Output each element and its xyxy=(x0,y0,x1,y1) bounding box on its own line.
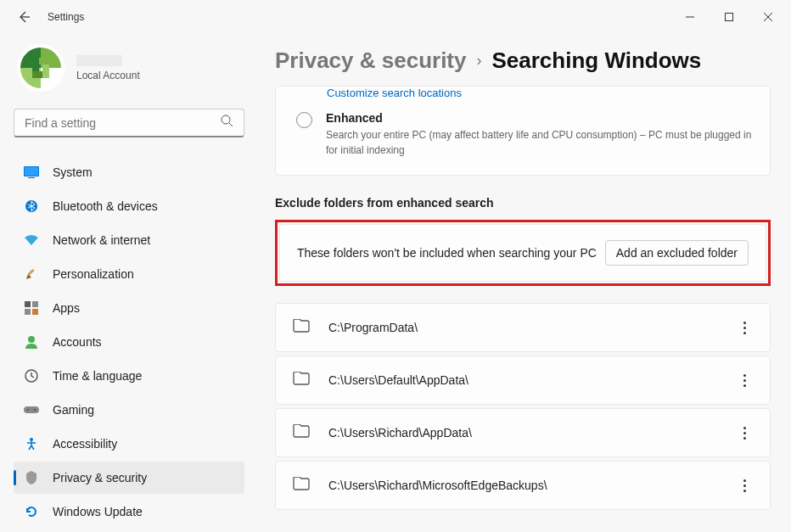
apps-icon xyxy=(24,300,39,316)
svg-rect-3 xyxy=(39,58,49,64)
more-options-button[interactable] xyxy=(736,319,753,336)
sidebar-item-apps[interactable]: Apps xyxy=(14,292,244,324)
profile-account-type: Local Account xyxy=(76,70,140,81)
network-icon xyxy=(24,232,39,248)
sidebar: Local Account System Bluetooth & devices… xyxy=(0,34,255,532)
sidebar-item-accounts[interactable]: Accounts xyxy=(14,326,244,358)
sidebar-item-label: Accessibility xyxy=(53,437,117,451)
chevron-right-icon: › xyxy=(476,52,481,70)
profile-name-placeholder xyxy=(76,55,122,66)
update-icon xyxy=(24,504,39,519)
sidebar-item-accessibility[interactable]: Accessibility xyxy=(14,428,244,460)
svg-point-21 xyxy=(30,438,33,441)
bluetooth-icon xyxy=(24,199,39,214)
excluded-folder-row[interactable]: C:\Users\Richard\AppData\ xyxy=(275,408,771,457)
accessibility-icon xyxy=(24,436,39,451)
svg-rect-0 xyxy=(726,14,733,21)
sidebar-item-label: Time & language xyxy=(53,369,142,383)
add-excluded-folder-button[interactable]: Add an excluded folder xyxy=(605,240,749,266)
sidebar-item-bluetooth[interactable]: Bluetooth & devices xyxy=(14,190,244,222)
more-options-button[interactable] xyxy=(736,477,753,494)
sidebar-item-gaming[interactable]: Gaming xyxy=(14,394,244,426)
exclude-header-card: These folders won't be included when sea… xyxy=(279,224,766,282)
search-box[interactable] xyxy=(14,109,244,137)
sidebar-item-privacy[interactable]: Privacy & security xyxy=(14,462,244,494)
personalization-icon xyxy=(24,266,39,282)
window-title: Settings xyxy=(48,11,84,23)
highlight-annotation: These folders won't be included when sea… xyxy=(275,220,771,286)
radio-icon[interactable] xyxy=(296,112,312,128)
enhanced-description: Search your entire PC (may affect batter… xyxy=(326,127,753,158)
titlebar: Settings xyxy=(0,0,791,34)
enhanced-option[interactable]: Enhanced Search your entire PC (may affe… xyxy=(296,111,753,158)
privacy-icon xyxy=(24,470,39,485)
folder-path: C:\Users\Richard\AppData\ xyxy=(328,426,717,440)
back-button[interactable] xyxy=(15,8,32,25)
system-icon xyxy=(24,165,39,180)
more-options-button[interactable] xyxy=(736,372,753,389)
folder-path: C:\ProgramData\ xyxy=(328,321,717,334)
svg-rect-13 xyxy=(32,301,38,307)
sidebar-item-label: Bluetooth & devices xyxy=(53,199,158,213)
sidebar-item-label: Apps xyxy=(53,301,80,315)
svg-point-6 xyxy=(222,115,230,124)
svg-rect-11 xyxy=(28,269,35,276)
gaming-icon xyxy=(24,402,39,417)
folder-icon xyxy=(293,477,310,494)
sidebar-item-network[interactable]: Network & internet xyxy=(14,224,244,256)
svg-point-16 xyxy=(28,336,35,343)
maximize-button[interactable] xyxy=(710,3,749,31)
svg-rect-15 xyxy=(32,309,38,315)
sidebar-item-personalization[interactable]: Personalization xyxy=(14,258,244,290)
sidebar-item-system[interactable]: System xyxy=(14,156,244,188)
close-button[interactable] xyxy=(749,3,788,31)
folder-icon xyxy=(293,319,310,336)
excluded-folder-row[interactable]: C:\Users\Default\AppData\ xyxy=(275,356,771,405)
sidebar-item-label: Privacy & security xyxy=(53,471,147,484)
svg-rect-18 xyxy=(24,406,39,413)
more-options-button[interactable] xyxy=(736,424,753,441)
sidebar-item-label: Personalization xyxy=(53,267,134,281)
svg-point-20 xyxy=(34,409,36,411)
excluded-folder-row[interactable]: C:\Users\Richard\MicrosoftEdgeBackups\ xyxy=(275,461,771,510)
accounts-icon xyxy=(24,334,39,350)
nav-list: System Bluetooth & devices Network & int… xyxy=(14,156,244,528)
excluded-folder-row[interactable]: C:\ProgramData\ xyxy=(275,303,771,352)
sidebar-item-label: Windows Update xyxy=(53,505,143,518)
time-icon xyxy=(24,368,39,384)
search-input[interactable] xyxy=(25,116,221,130)
svg-rect-9 xyxy=(28,177,35,178)
folder-path: C:\Users\Richard\MicrosoftEdgeBackups\ xyxy=(328,479,717,492)
svg-point-19 xyxy=(27,409,29,411)
search-mode-card: Customize search locations Enhanced Sear… xyxy=(275,86,771,176)
customize-search-link[interactable]: Customize search locations xyxy=(327,87,753,111)
svg-rect-4 xyxy=(42,64,49,78)
sidebar-item-label: Gaming xyxy=(53,403,94,417)
sidebar-item-label: Accounts xyxy=(53,335,102,349)
breadcrumb: Privacy & security › Searching Windows xyxy=(275,48,771,74)
folder-icon xyxy=(293,372,310,389)
svg-rect-8 xyxy=(25,167,38,176)
minimize-button[interactable] xyxy=(670,3,710,31)
folder-path: C:\Users\Default\AppData\ xyxy=(328,373,717,387)
avatar xyxy=(17,44,65,92)
enhanced-title: Enhanced xyxy=(326,111,753,125)
exclude-section-header: Exclude folders from enhanced search xyxy=(275,196,771,210)
svg-rect-5 xyxy=(32,71,42,78)
folder-icon xyxy=(293,424,310,441)
breadcrumb-parent[interactable]: Privacy & security xyxy=(275,48,466,74)
sidebar-item-time[interactable]: Time & language xyxy=(14,360,244,392)
svg-rect-14 xyxy=(25,309,31,315)
content-area: Privacy & security › Searching Windows C… xyxy=(255,34,791,532)
sidebar-item-label: Network & internet xyxy=(53,233,150,247)
sidebar-item-label: System xyxy=(53,165,93,179)
breadcrumb-current: Searching Windows xyxy=(491,48,701,74)
sidebar-item-update[interactable]: Windows Update xyxy=(14,496,244,528)
svg-rect-12 xyxy=(25,301,31,307)
profile-section[interactable]: Local Account xyxy=(14,44,244,92)
search-icon xyxy=(221,115,233,131)
exclude-description: These folders won't be included when sea… xyxy=(297,246,597,260)
